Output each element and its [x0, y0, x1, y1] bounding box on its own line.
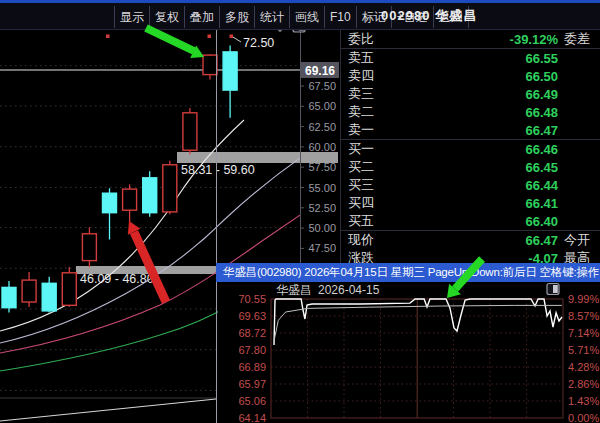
quote-label: 买二 — [348, 158, 406, 176]
toolbar-button-7[interactable]: F10 — [325, 6, 357, 28]
quote-value[interactable]: 66.40 — [406, 214, 558, 229]
quote-sub-label: 委差 — [558, 30, 598, 48]
intraday-page-icon[interactable] — [547, 284, 559, 295]
ma-line-long — [0, 305, 230, 371]
svg-text:2.86%: 2.86% — [568, 378, 599, 390]
quote-row-卖二: 卖二66.48 — [341, 103, 600, 121]
quote-row-买三: 买三66.44 — [341, 176, 600, 194]
intraday-date: 2026-04-15 — [318, 283, 380, 297]
svg-text:47.50: 47.50 — [308, 242, 336, 254]
quote-row-买五: 买五66.40 — [341, 212, 600, 231]
svg-text:5.71%: 5.71% — [568, 344, 599, 356]
quote-value[interactable]: 66.50 — [406, 69, 558, 84]
zone-upper-label: 58.31 - 59.60 — [181, 163, 255, 177]
toolbar: 显示复权叠加多股统计画线F10标记+自选返回 002980 华盛昌 — [0, 0, 600, 30]
toolbar-button-2[interactable]: 复权 — [150, 6, 185, 28]
svg-text:65.97: 65.97 — [238, 378, 266, 390]
quote-label: 买五 — [348, 212, 406, 230]
svg-text:8.57%: 8.57% — [568, 310, 599, 322]
high-annotation: 72.50 — [233, 36, 274, 50]
svg-text:55.00: 55.00 — [308, 182, 336, 194]
quote-value[interactable]: 66.47 — [406, 123, 558, 138]
quote-label: 买一 — [348, 140, 406, 158]
quote-label: 卖二 — [348, 103, 406, 121]
svg-text:1.43%: 1.43% — [568, 395, 599, 407]
quote-label: 卖四 — [348, 67, 406, 85]
quote-label: 卖五 — [348, 49, 406, 67]
quote-row-买四: 买四66.41 — [341, 194, 600, 212]
quote-value[interactable]: 66.48 — [406, 105, 558, 120]
svg-text:65.06: 65.06 — [238, 395, 266, 407]
quote-row-卖五: 卖五66.55 — [341, 49, 600, 67]
quote-value[interactable]: 66.55 — [406, 51, 558, 66]
svg-text:60.00: 60.00 — [308, 141, 336, 153]
quote-sub-label: 今开 — [558, 231, 598, 249]
quote-value[interactable]: 66.46 — [406, 142, 558, 157]
intraday-chart[interactable]: 华盛昌 2026-04-15 — [218, 282, 600, 423]
svg-text:4.28%: 4.28% — [568, 361, 599, 373]
quote-label: 卖三 — [348, 85, 406, 103]
quote-value[interactable]: 66.47 — [406, 233, 558, 248]
svg-text:68.72: 68.72 — [238, 327, 266, 339]
toolbar-button-4[interactable]: 多股 — [220, 6, 255, 28]
quote-value[interactable]: 66.44 — [406, 178, 558, 193]
svg-text:0.00%: 0.00% — [568, 412, 599, 423]
quote-value[interactable]: 66.45 — [406, 160, 558, 175]
kline-y-axis: 67.5065.0062.5060.0057.5055.0052.5050.00… — [300, 30, 339, 263]
svg-text:67.50: 67.50 — [308, 80, 336, 92]
toolbar-button-3[interactable]: 叠加 — [185, 6, 220, 28]
svg-text:70.55: 70.55 — [238, 293, 266, 305]
quote-row-卖一: 卖一66.47 — [341, 121, 600, 140]
quote-label: 买三 — [348, 176, 406, 194]
svg-text:66.89: 66.89 — [238, 361, 266, 373]
svg-text:9.99%: 9.99% — [568, 293, 599, 305]
quote-row-现价: 现价66.47今开 — [341, 231, 600, 249]
stock-title: 002980 华盛昌 — [381, 7, 477, 25]
svg-text:52.50: 52.50 — [308, 202, 336, 214]
svg-text:72.50: 72.50 — [243, 36, 274, 50]
quote-row-委比: 委比-39.12%委差 — [341, 30, 600, 49]
svg-text:69.16: 69.16 — [305, 64, 335, 78]
svg-text:69.63: 69.63 — [238, 310, 266, 322]
quote-value[interactable]: 66.41 — [406, 196, 558, 211]
svg-text:62.50: 62.50 — [308, 121, 336, 133]
quote-label: 卖一 — [348, 121, 406, 139]
stock-app-window: 58.31 - 59.60 46.09 - 46.80 — [0, 0, 600, 423]
svg-text:67.80: 67.80 — [238, 344, 266, 356]
svg-text:64.14: 64.14 — [238, 412, 266, 423]
quote-label: 委比 — [348, 30, 406, 48]
toolbar-button-5[interactable]: 统计 — [255, 6, 290, 28]
quote-row-卖四: 卖四66.50 — [341, 67, 600, 85]
quote-row-买二: 买二66.45 — [341, 158, 600, 176]
svg-text:57.50: 57.50 — [308, 161, 336, 173]
signal-dots — [106, 35, 233, 39]
quote-value[interactable]: 66.49 — [406, 87, 558, 102]
quote-label: 买四 — [348, 194, 406, 212]
quote-row-买一: 买一66.46 — [341, 140, 600, 158]
intraday-name: 华盛昌 — [276, 283, 312, 297]
toolbar-button-1[interactable]: 显示 — [114, 6, 150, 28]
status-bar: 华盛昌(002980) 2026年04月15日 星期三 PageUp/Down:… — [216, 263, 600, 282]
quote-value[interactable]: -39.12% — [406, 32, 558, 47]
quote-row-卖三: 卖三66.49 — [341, 85, 600, 103]
toolbar-button-6[interactable]: 画线 — [290, 6, 325, 28]
svg-text:50.00: 50.00 — [308, 222, 336, 234]
svg-text:65.00: 65.00 — [308, 100, 336, 112]
quote-label: 现价 — [348, 231, 406, 249]
svg-text:7.14%: 7.14% — [568, 327, 599, 339]
quote-panel: 委比-39.12%委差卖五66.55卖四66.50卖三66.49卖二66.48卖… — [340, 30, 600, 263]
lower-pane-line — [0, 399, 216, 421]
